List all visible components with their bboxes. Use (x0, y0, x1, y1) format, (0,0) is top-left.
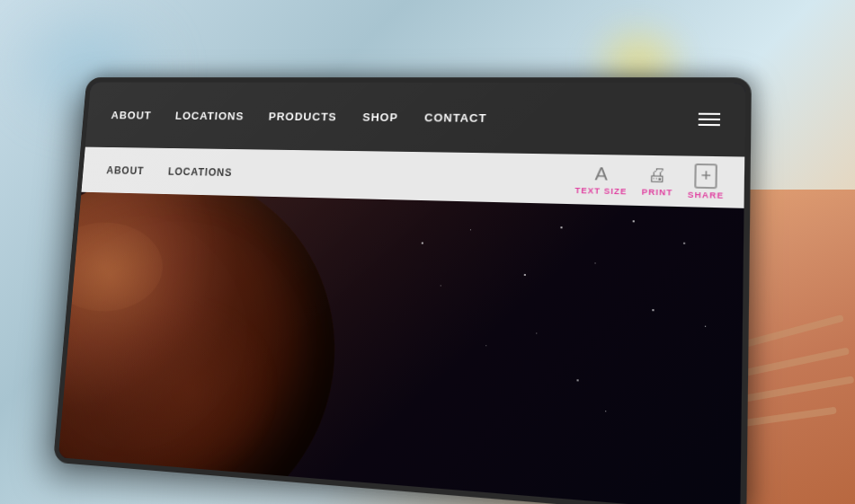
text-size-label: TEXT SIZE (574, 186, 627, 196)
star (536, 332, 537, 333)
nav-links-container: ABOUT LOCATIONS PRODUCTS SHOP CONTACT (111, 109, 487, 124)
star (577, 379, 579, 381)
text-size-button[interactable]: A TEXT SIZE (574, 164, 628, 197)
share-button[interactable]: + SHARE (688, 164, 725, 200)
nav-right (693, 109, 726, 131)
hamburger-line-3 (699, 124, 720, 126)
planet-area (58, 192, 744, 504)
star (523, 274, 525, 276)
star (653, 309, 655, 311)
nav-link-shop[interactable]: SHOP (362, 111, 398, 124)
star (560, 226, 562, 228)
hamburger-line-1 (699, 113, 720, 115)
print-label: PRINT (642, 188, 673, 198)
star (422, 243, 423, 244)
nav-link-locations[interactable]: LOCATIONS (174, 109, 244, 121)
nav-link-products[interactable]: PRODUCTS (268, 110, 337, 123)
star (683, 242, 685, 243)
star (485, 345, 486, 346)
nav-link-about[interactable]: ABOUT (111, 109, 152, 121)
star (595, 262, 596, 263)
tablet-device: ABOUT LOCATIONS PRODUCTS SHOP CONTACT (53, 77, 752, 504)
tablet-screen: ABOUT LOCATIONS PRODUCTS SHOP CONTACT (58, 83, 745, 504)
text-size-icon: A (594, 164, 608, 185)
sub-nav-links: ABOUT LOCATIONS (106, 164, 233, 179)
scene: ABOUT LOCATIONS PRODUCTS SHOP CONTACT (0, 0, 855, 504)
sub-nav-link-locations[interactable]: LOCATIONS (168, 165, 233, 178)
star (441, 285, 441, 286)
hamburger-line-2 (699, 119, 720, 120)
sub-nav-link-about[interactable]: ABOUT (106, 164, 145, 177)
main-nav-bar: ABOUT LOCATIONS PRODUCTS SHOP CONTACT (85, 83, 745, 157)
star (606, 411, 607, 411)
star (632, 220, 634, 222)
share-icon: + (695, 164, 717, 189)
nav-link-contact[interactable]: CONTACT (424, 111, 487, 124)
share-label: SHARE (688, 190, 725, 200)
star (470, 230, 471, 231)
sub-nav-right: A TEXT SIZE 🖨 PRINT + SHARE (574, 162, 725, 200)
print-icon: 🖨 (647, 164, 667, 186)
star (705, 326, 706, 327)
hamburger-menu-button[interactable] (693, 109, 726, 131)
print-button[interactable]: 🖨 PRINT (642, 164, 674, 198)
